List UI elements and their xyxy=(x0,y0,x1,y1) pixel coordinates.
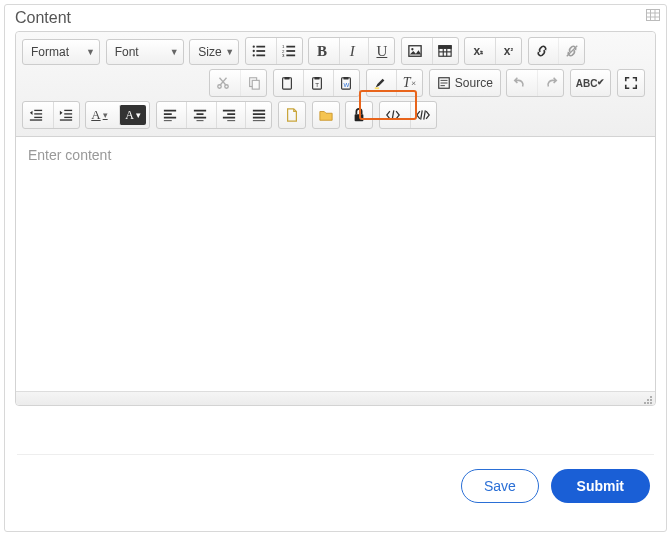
align-left-button[interactable] xyxy=(157,102,183,128)
submit-button[interactable]: Submit xyxy=(551,469,650,503)
format-dropdown[interactable]: Format▼ xyxy=(22,39,100,65)
content-panel: Content Format▼ Font▼ Size▼ 123 B I U xyxy=(4,4,667,532)
align-justify-button[interactable] xyxy=(245,102,271,128)
save-button[interactable]: Save xyxy=(461,469,539,503)
svg-rect-48 xyxy=(64,110,72,111)
source-label: Source xyxy=(455,76,493,90)
svg-rect-64 xyxy=(253,110,265,112)
cut-button[interactable] xyxy=(210,70,236,96)
background-color-button[interactable]: A▾ xyxy=(119,105,146,125)
svg-rect-58 xyxy=(194,117,206,119)
action-bar: Save Submit xyxy=(5,469,666,503)
svg-rect-52 xyxy=(163,110,175,112)
svg-rect-9 xyxy=(256,50,265,52)
document-button[interactable] xyxy=(279,102,305,128)
svg-point-26 xyxy=(225,85,229,89)
paste-text-button[interactable]: T xyxy=(303,70,329,96)
svg-rect-57 xyxy=(196,114,203,116)
svg-rect-14 xyxy=(286,46,295,48)
maximize-button[interactable] xyxy=(618,70,644,96)
remove-format-button[interactable]: T× xyxy=(396,70,422,96)
text-color-button[interactable]: A▾ xyxy=(86,102,112,128)
html-diff-button[interactable] xyxy=(410,102,436,128)
svg-rect-56 xyxy=(194,110,206,112)
svg-rect-34 xyxy=(314,77,319,80)
svg-rect-8 xyxy=(256,46,265,48)
svg-rect-66 xyxy=(253,117,265,119)
svg-text:3: 3 xyxy=(282,53,285,58)
undo-button[interactable] xyxy=(507,70,533,96)
link-button[interactable] xyxy=(529,38,555,64)
svg-rect-45 xyxy=(34,114,42,115)
svg-rect-60 xyxy=(223,110,235,112)
panel-grid-icon[interactable] xyxy=(646,9,660,21)
font-label: Font xyxy=(115,45,139,59)
svg-rect-30 xyxy=(252,81,259,90)
rich-text-editor: Format▼ Font▼ Size▼ 123 B I U x₂ x² xyxy=(15,31,656,406)
svg-point-7 xyxy=(252,54,254,56)
svg-rect-20 xyxy=(439,46,451,49)
paste-button[interactable] xyxy=(274,70,300,96)
svg-point-6 xyxy=(252,50,254,52)
unlink-button[interactable] xyxy=(558,38,584,64)
html-view-button[interactable] xyxy=(380,102,406,128)
size-dropdown[interactable]: Size▼ xyxy=(189,39,239,65)
svg-line-69 xyxy=(392,111,394,120)
bulleted-list-button[interactable] xyxy=(246,38,272,64)
svg-rect-59 xyxy=(196,121,203,122)
format-label: Format xyxy=(31,45,69,59)
copy-button[interactable] xyxy=(240,70,266,96)
svg-rect-65 xyxy=(253,114,265,116)
svg-rect-46 xyxy=(34,117,42,118)
caret-icon: ▼ xyxy=(86,47,95,57)
highlight-button[interactable] xyxy=(367,70,393,96)
svg-point-18 xyxy=(411,48,413,50)
svg-rect-47 xyxy=(30,120,42,121)
align-center-button[interactable] xyxy=(186,102,212,128)
italic-button[interactable]: I xyxy=(339,38,365,64)
svg-rect-53 xyxy=(163,114,171,116)
content-editable[interactable]: Enter content xyxy=(16,137,655,391)
svg-point-73 xyxy=(647,399,649,401)
svg-rect-62 xyxy=(223,117,235,119)
svg-point-25 xyxy=(218,85,222,89)
image-button[interactable] xyxy=(402,38,428,64)
svg-point-75 xyxy=(644,402,646,404)
underline-button[interactable]: U xyxy=(368,38,394,64)
numbered-list-button[interactable]: 123 xyxy=(276,38,302,64)
svg-line-70 xyxy=(421,111,423,120)
indent-button[interactable] xyxy=(53,102,79,128)
svg-point-74 xyxy=(650,399,652,401)
editor-footer xyxy=(16,391,655,405)
bold-button[interactable]: B xyxy=(309,38,335,64)
svg-rect-61 xyxy=(228,114,236,116)
separator xyxy=(17,454,654,455)
svg-rect-54 xyxy=(163,117,175,119)
svg-text:W: W xyxy=(344,82,350,89)
svg-rect-63 xyxy=(228,121,236,122)
svg-rect-44 xyxy=(34,110,42,111)
svg-rect-17 xyxy=(409,46,421,57)
table-button[interactable] xyxy=(432,38,458,64)
font-dropdown[interactable]: Font▼ xyxy=(106,39,184,65)
svg-rect-37 xyxy=(344,77,349,80)
spellcheck-button[interactable]: ABC✔ xyxy=(571,70,611,96)
svg-rect-16 xyxy=(286,55,295,57)
svg-rect-55 xyxy=(163,121,171,122)
source-button[interactable]: Source xyxy=(430,70,500,96)
superscript-button[interactable]: x² xyxy=(495,38,521,64)
align-right-button[interactable] xyxy=(216,102,242,128)
svg-rect-32 xyxy=(284,77,289,80)
paste-word-button[interactable]: W xyxy=(333,70,359,96)
svg-line-27 xyxy=(221,78,227,85)
svg-rect-15 xyxy=(286,50,295,52)
caret-icon: ▼ xyxy=(170,47,179,57)
folder-button[interactable] xyxy=(313,102,339,128)
redo-button[interactable] xyxy=(537,70,563,96)
svg-rect-39 xyxy=(374,88,378,90)
lock-button[interactable] xyxy=(346,102,372,128)
outdent-button[interactable] xyxy=(23,102,49,128)
subscript-button[interactable]: x₂ xyxy=(465,38,491,64)
size-label: Size xyxy=(198,45,221,59)
resize-grip[interactable] xyxy=(643,393,653,403)
